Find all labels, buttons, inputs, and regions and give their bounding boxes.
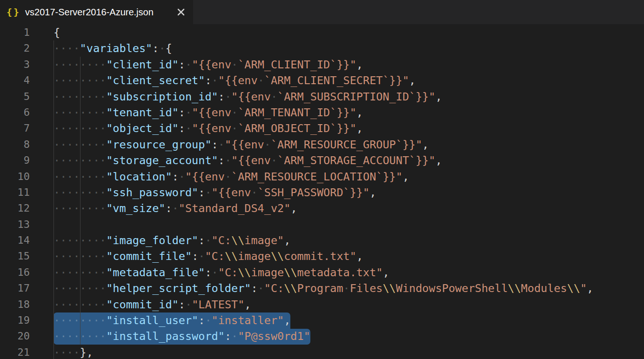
close-tab-icon[interactable]: [176, 7, 186, 17]
code-lines: 1{2····"variables":·{3········"client_id…: [0, 25, 644, 359]
whitespace-dots: ·: [159, 42, 165, 55]
code-line[interactable]: 6········"tenant_id":·"{{env·`ARM_TENANT…: [0, 105, 644, 120]
line-number[interactable]: 16: [0, 265, 30, 280]
whitespace-dots: ·: [231, 58, 238, 71]
whitespace-dots: ·: [264, 138, 271, 151]
whitespace-dots: ········: [54, 266, 106, 279]
line-number[interactable]: 13: [0, 217, 30, 233]
code-text: ········"metadata_file":·"C:\\image\\met…: [54, 265, 389, 280]
vscode-window: {} vs2017-Server2016-Azure.json 1{2····"…: [0, 0, 644, 359]
line-number[interactable]: 10: [0, 169, 30, 185]
code-line[interactable]: 3········"client_id":·"{{env·`ARM_CLIENT…: [0, 57, 644, 73]
line-number[interactable]: 18: [0, 297, 30, 312]
whitespace-dots: ····: [54, 42, 80, 55]
code-text: ········"location":·"{{env·`ARM_RESOURCE…: [54, 169, 409, 185]
whitespace-dots: ········: [54, 330, 106, 343]
whitespace-dots: ········: [54, 298, 106, 311]
code-line[interactable]: 1{: [0, 25, 644, 40]
whitespace-dots: ········: [54, 74, 106, 87]
editor-tab-bar: {} vs2017-Server2016-Azure.json: [0, 0, 644, 24]
whitespace-dots: ·: [225, 154, 231, 167]
whitespace-dots: ·: [172, 202, 179, 215]
code-line[interactable]: 8········"resource_group":·"{{env·`ARM_R…: [0, 137, 644, 153]
line-number[interactable]: 5: [0, 89, 30, 105]
code-text: ········"object_id":·"{{env·`ARM_OBJECT_…: [54, 120, 363, 136]
code-line[interactable]: 19········"install_user":·"installer",: [0, 312, 644, 328]
whitespace-dots: ········: [54, 58, 106, 71]
code-text: ········"commit_id":·"LATEST",: [54, 297, 251, 312]
whitespace-dots: ·: [225, 170, 231, 183]
code-editor[interactable]: 1{2····"variables":·{3········"client_id…: [0, 24, 644, 359]
whitespace-dots: ·: [198, 250, 205, 263]
whitespace-dots: ·: [205, 186, 211, 199]
code-text: ········"vm_size":·"Standard_DS4_v2",: [54, 200, 297, 216]
whitespace-dots: ·: [212, 266, 218, 279]
tab-vs2017-server2016-azure-json[interactable]: {} vs2017-Server2016-Azure.json: [0, 0, 193, 24]
json-braces-file-icon: {}: [7, 7, 20, 18]
code-line[interactable]: 16········"metadata_file":·"C:\\image\\m…: [0, 265, 644, 280]
code-text: ····"variables":·{: [54, 40, 172, 56]
whitespace-dots: ·: [271, 154, 277, 167]
whitespace-dots: ········: [54, 122, 106, 135]
code-line[interactable]: 15········"commit_file":·"C:\\image\\com…: [0, 248, 644, 264]
whitespace-dots: ········: [54, 170, 106, 183]
code-text: ········"subscription_id":·"{{env·`ARM_S…: [54, 89, 442, 105]
whitespace-dots: ·: [271, 90, 277, 103]
line-number[interactable]: 14: [0, 233, 30, 248]
code-text: ········"install_password":·"P@ssw0rd1": [54, 328, 310, 344]
code-text: ········"helper_script_folder":·"C:\\Pro…: [54, 280, 593, 296]
whitespace-dots: ·: [343, 282, 350, 295]
code-line[interactable]: 17········"helper_script_folder":·"C:\\P…: [0, 280, 644, 296]
whitespace-dots: ·: [185, 106, 192, 119]
line-number[interactable]: 7: [0, 120, 30, 136]
line-number[interactable]: 12: [0, 200, 30, 216]
whitespace-dots: ·: [179, 170, 185, 183]
code-line[interactable]: 9········"storage_account":·"{{env·`ARM_…: [0, 153, 644, 168]
line-number[interactable]: 21: [0, 345, 30, 359]
code-line[interactable]: 7········"object_id":·"{{env·`ARM_OBJECT…: [0, 120, 644, 136]
line-number[interactable]: 8: [0, 137, 30, 153]
code-text: ········"resource_group":·"{{env·`ARM_RE…: [54, 137, 429, 153]
whitespace-dots: ·: [218, 138, 225, 151]
whitespace-dots: ·: [185, 298, 192, 311]
line-number[interactable]: 15: [0, 248, 30, 264]
line-number[interactable]: 11: [0, 185, 30, 200]
whitespace-dots: ········: [54, 314, 106, 327]
whitespace-dots: ········: [54, 250, 106, 263]
code-text: ········"image_folder":·"C:\\image",: [54, 233, 290, 248]
whitespace-dots: ·: [212, 74, 218, 87]
whitespace-dots: ·: [205, 234, 211, 247]
line-number[interactable]: 6: [0, 105, 30, 120]
whitespace-dots: ·: [205, 314, 211, 327]
whitespace-dots: ········: [54, 154, 106, 167]
code-line[interactable]: 2····"variables":·{: [0, 40, 644, 56]
code-text: ········"client_id":·"{{env·`ARM_CLIENT_…: [54, 57, 363, 73]
code-line[interactable]: 12········"vm_size":·"Standard_DS4_v2",: [0, 200, 644, 216]
code-line[interactable]: 18········"commit_id":·"LATEST",: [0, 297, 644, 312]
line-number[interactable]: 4: [0, 73, 30, 88]
code-line[interactable]: 5········"subscription_id":·"{{env·`ARM_…: [0, 89, 644, 105]
code-line[interactable]: 4········"client_secret":·"{{env·`ARM_CL…: [0, 73, 644, 88]
code-text: ········"commit_file":·"C:\\image\\commi…: [54, 248, 363, 264]
code-line[interactable]: 13: [0, 217, 644, 233]
whitespace-dots: ·: [185, 58, 192, 71]
line-number[interactable]: 9: [0, 153, 30, 168]
line-number[interactable]: 19: [0, 312, 30, 328]
line-number[interactable]: 3: [0, 57, 30, 73]
tab-filename: vs2017-Server2016-Azure.json: [25, 7, 154, 18]
line-number[interactable]: 17: [0, 280, 30, 296]
whitespace-dots: ········: [54, 202, 106, 215]
code-line[interactable]: 11········"ssh_password":·"{{env·`SSH_PA…: [0, 185, 644, 200]
code-line[interactable]: 20········"install_password":·"P@ssw0rd1…: [0, 328, 644, 344]
line-number[interactable]: 1: [0, 25, 30, 40]
code-line[interactable]: 21····},: [0, 345, 644, 359]
code-text: ····},: [54, 345, 93, 359]
whitespace-dots: ·: [258, 282, 264, 295]
whitespace-dots: ········: [54, 234, 106, 247]
code-line[interactable]: 14········"image_folder":·"C:\\image",: [0, 233, 644, 248]
line-number[interactable]: 20: [0, 328, 30, 344]
whitespace-dots: ········: [54, 138, 106, 151]
line-number[interactable]: 2: [0, 40, 30, 56]
whitespace-dots: ········: [54, 282, 106, 295]
code-line[interactable]: 10········"location":·"{{env·`ARM_RESOUR…: [0, 169, 644, 185]
